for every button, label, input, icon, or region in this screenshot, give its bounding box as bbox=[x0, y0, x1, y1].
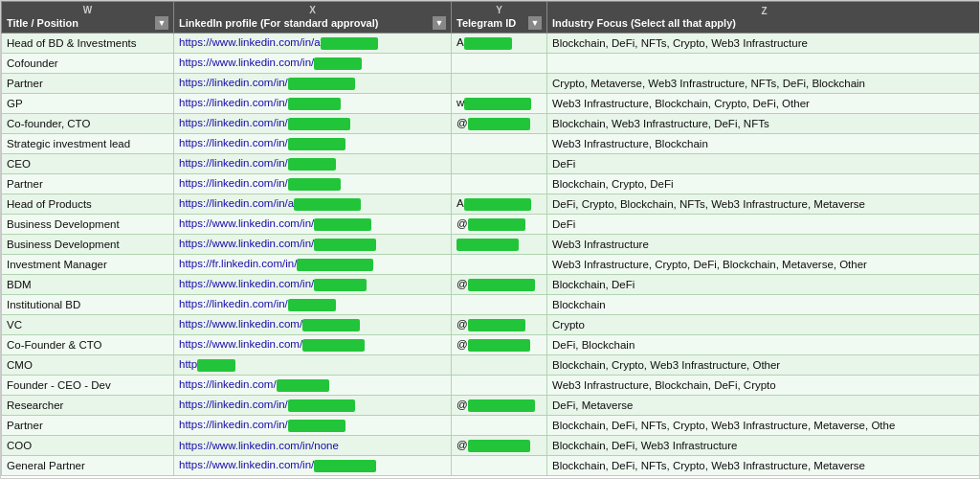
cell-industry[interactable]: Web3 Infrastructure bbox=[547, 235, 981, 255]
cell-title[interactable]: Head of BD & Investments bbox=[2, 34, 174, 54]
table-row: BDMhttps://www.linkedin.com/in/@Blockcha… bbox=[2, 275, 981, 295]
cell-title[interactable]: Partner bbox=[2, 416, 174, 436]
cell-industry[interactable]: Blockchain, Crypto, Web3 Infrastructure,… bbox=[547, 355, 981, 376]
cell-industry[interactable]: Blockchain bbox=[547, 295, 981, 315]
cell-telegram[interactable] bbox=[452, 174, 547, 194]
col-w-dropdown[interactable]: ▼ bbox=[155, 16, 168, 30]
cell-linkedin[interactable]: https://www.linkedin.com/ bbox=[174, 335, 452, 355]
cell-linkedin[interactable]: https://fr.linkedin.com/in/ bbox=[174, 255, 452, 275]
cell-industry[interactable]: Blockchain, DeFi, NFTs, Crypto, Web3 Inf… bbox=[547, 456, 981, 476]
cell-linkedin[interactable]: https://linkedin.com/in/a bbox=[174, 194, 452, 215]
cell-telegram[interactable] bbox=[452, 235, 547, 255]
cell-telegram[interactable]: w bbox=[452, 94, 547, 114]
cell-telegram[interactable] bbox=[452, 74, 547, 94]
cell-linkedin[interactable]: https://www.linkedin.com/in/ bbox=[174, 235, 452, 255]
cell-linkedin[interactable]: https://linkedin.com/in/ bbox=[174, 174, 452, 194]
cell-title[interactable]: Institutional BD bbox=[2, 295, 174, 315]
cell-telegram[interactable] bbox=[452, 255, 547, 275]
cell-telegram[interactable]: @ bbox=[452, 275, 547, 295]
cell-telegram[interactable] bbox=[452, 295, 547, 315]
cell-title[interactable]: GP bbox=[2, 94, 174, 114]
cell-linkedin[interactable]: https://www.linkedin.com/in/ bbox=[174, 275, 452, 295]
cell-linkedin[interactable]: https://linkedin.com/ bbox=[174, 376, 452, 396]
cell-linkedin[interactable]: https://linkedin.com/in/ bbox=[174, 295, 452, 315]
cell-telegram[interactable]: @ bbox=[452, 436, 547, 456]
cell-title[interactable]: Co-founder, CTO bbox=[2, 114, 174, 134]
table-row: VChttps://www.linkedin.com/@Crypto bbox=[2, 315, 981, 335]
cell-industry[interactable]: DeFi bbox=[547, 154, 981, 174]
cell-title[interactable]: Partner bbox=[2, 174, 174, 194]
cell-industry[interactable]: Crypto bbox=[547, 315, 981, 335]
cell-title[interactable]: General Partner bbox=[2, 456, 174, 476]
col-z-title: Industry Focus (Select all that apply) bbox=[552, 17, 736, 29]
cell-telegram[interactable]: A bbox=[452, 194, 547, 215]
cell-industry[interactable]: Blockchain, DeFi, Web3 Infrastructure bbox=[547, 436, 981, 456]
cell-title[interactable]: Strategic investment lead bbox=[2, 134, 174, 154]
col-x-dropdown[interactable]: ▼ bbox=[433, 16, 446, 30]
col-y-header[interactable]: Y Telegram ID ▼ bbox=[452, 2, 547, 34]
cell-title[interactable]: CEO bbox=[2, 154, 174, 174]
cell-linkedin[interactable]: https://www.linkedin.com/ bbox=[174, 315, 452, 335]
cell-industry[interactable]: Web3 Infrastructure, Blockchain, Crypto,… bbox=[547, 94, 981, 114]
col-w-header[interactable]: W Title / Position ▼ bbox=[2, 2, 174, 34]
cell-linkedin[interactable]: https://linkedin.com/in/ bbox=[174, 74, 452, 94]
cell-industry[interactable]: Web3 Infrastructure, Crypto, DeFi, Block… bbox=[547, 255, 981, 275]
col-w-label: W bbox=[7, 5, 168, 15]
cell-title[interactable]: Business Development bbox=[2, 235, 174, 255]
cell-title[interactable]: COO bbox=[2, 436, 174, 456]
cell-linkedin[interactable]: https://linkedin.com/in/ bbox=[174, 94, 452, 114]
cell-telegram[interactable]: @ bbox=[452, 315, 547, 335]
cell-linkedin[interactable]: https://linkedin.com/in/ bbox=[174, 416, 452, 436]
cell-title[interactable]: CMO bbox=[2, 355, 174, 376]
cell-telegram[interactable]: @ bbox=[452, 114, 547, 134]
cell-industry[interactable]: DeFi, Metaverse bbox=[547, 396, 981, 416]
cell-title[interactable]: Investment Manager bbox=[2, 255, 174, 275]
cell-title[interactable]: Partner bbox=[2, 74, 174, 94]
cell-telegram[interactable] bbox=[452, 154, 547, 174]
cell-telegram[interactable] bbox=[452, 355, 547, 376]
cell-industry[interactable]: DeFi, Crypto, Blockchain, NFTs, Web3 Inf… bbox=[547, 194, 981, 215]
cell-industry[interactable]: Crypto, Metaverse, Web3 Infrastructure, … bbox=[547, 74, 981, 94]
cell-telegram[interactable]: @ bbox=[452, 215, 547, 235]
cell-linkedin[interactable]: https://www.linkedin.com/in/ bbox=[174, 215, 452, 235]
cell-linkedin[interactable]: https://linkedin.com/in/ bbox=[174, 396, 452, 416]
cell-industry[interactable]: Web3 Infrastructure, Blockchain, DeFi, C… bbox=[547, 376, 981, 396]
cell-telegram[interactable] bbox=[452, 456, 547, 476]
cell-title[interactable]: Head of Products bbox=[2, 194, 174, 215]
cell-telegram[interactable]: A bbox=[452, 34, 547, 54]
cell-industry[interactable]: Web3 Infrastructure, Blockchain bbox=[547, 134, 981, 154]
cell-telegram[interactable] bbox=[452, 54, 547, 74]
cell-linkedin[interactable]: https://linkedin.com/in/ bbox=[174, 154, 452, 174]
cell-title[interactable]: Founder - CEO - Dev bbox=[2, 376, 174, 396]
cell-title[interactable]: Co-Founder & CTO bbox=[2, 335, 174, 355]
cell-title[interactable]: VC bbox=[2, 315, 174, 335]
cell-telegram[interactable] bbox=[452, 416, 547, 436]
cell-industry[interactable]: Blockchain, DeFi bbox=[547, 275, 981, 295]
cell-linkedin[interactable]: https://www.linkedin.com/in/a bbox=[174, 34, 452, 54]
cell-title[interactable]: Business Development bbox=[2, 215, 174, 235]
cell-industry[interactable]: DeFi bbox=[547, 215, 981, 235]
cell-industry[interactable]: DeFi, Blockchain bbox=[547, 335, 981, 355]
cell-title[interactable]: Cofounder bbox=[2, 54, 174, 74]
cell-industry[interactable] bbox=[547, 54, 981, 74]
cell-industry[interactable]: Blockchain, DeFi, NFTs, Crypto, Web3 Inf… bbox=[547, 34, 981, 54]
cell-linkedin[interactable]: http bbox=[174, 355, 452, 376]
cell-telegram[interactable]: @ bbox=[452, 335, 547, 355]
cell-telegram[interactable] bbox=[452, 376, 547, 396]
cell-industry[interactable]: Blockchain, Web3 Infrastructure, DeFi, N… bbox=[547, 114, 981, 134]
col-x-header[interactable]: X LinkedIn profile (For standard approva… bbox=[174, 2, 452, 34]
col-z-header[interactable]: Z Industry Focus (Select all that apply) bbox=[547, 2, 981, 34]
col-x-label: X bbox=[179, 5, 446, 15]
cell-industry[interactable]: Blockchain, DeFi, NFTs, Crypto, Web3 Inf… bbox=[547, 416, 981, 436]
cell-linkedin[interactable]: https://www.linkedin.com/in/ bbox=[174, 54, 452, 74]
cell-linkedin[interactable]: https://www.linkedin.com/in/ bbox=[174, 456, 452, 476]
col-y-dropdown[interactable]: ▼ bbox=[528, 16, 542, 30]
cell-title[interactable]: Researcher bbox=[2, 396, 174, 416]
cell-linkedin[interactable]: https://linkedin.com/in/ bbox=[174, 134, 452, 154]
cell-industry[interactable]: Blockchain, Crypto, DeFi bbox=[547, 174, 981, 194]
cell-title[interactable]: BDM bbox=[2, 275, 174, 295]
cell-telegram[interactable]: @ bbox=[452, 396, 547, 416]
cell-telegram[interactable] bbox=[452, 134, 547, 154]
cell-linkedin[interactable]: https://www.linkedin.com/in/none bbox=[174, 436, 452, 456]
cell-linkedin[interactable]: https://linkedin.com/in/ bbox=[174, 114, 452, 134]
